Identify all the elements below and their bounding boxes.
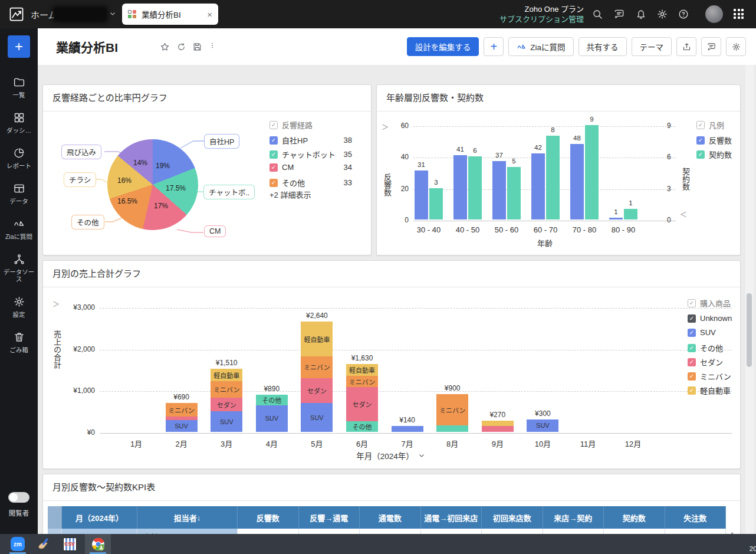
workspace-name-redacted[interactable] bbox=[54, 8, 106, 21]
page-scrollbar[interactable] bbox=[745, 65, 754, 534]
legend-checkbox[interactable]: ✓ bbox=[269, 121, 278, 129]
bar-契約数[interactable]: 3 bbox=[429, 188, 443, 219]
nav-home[interactable]: ホーム bbox=[31, 8, 57, 21]
stack-segment-その他[interactable]: その他 bbox=[256, 395, 288, 405]
dashboard-settings-button[interactable] bbox=[726, 37, 746, 56]
legend-checkbox[interactable]: ✓ bbox=[696, 136, 705, 145]
legend-item[interactable]: ✓軽自動車 bbox=[688, 385, 731, 396]
stacked-bar-2月[interactable]: SUVミニバン¥690 bbox=[166, 403, 198, 432]
sidebar-item-ask-zia[interactable]: Ziaに質問 bbox=[0, 211, 38, 247]
bar-反響数[interactable]: 48 bbox=[570, 144, 584, 219]
column-header-3[interactable]: 反響数 bbox=[238, 506, 299, 529]
taskbar-csv-app[interactable]: CSV bbox=[57, 534, 83, 554]
column-header-2[interactable]: 担当者 ↓ bbox=[137, 506, 238, 529]
stacked-bar-8月[interactable]: ミニバン¥900 bbox=[436, 394, 468, 432]
legend-header[interactable]: ✓反響経路 bbox=[269, 119, 313, 130]
taskbar-zoom-app[interactable]: zm bbox=[5, 534, 31, 554]
legend-checkbox[interactable]: ✓ bbox=[269, 163, 278, 172]
pie-callout-label[interactable]: 飛び込み bbox=[61, 145, 101, 159]
stack-segment-軽自動車[interactable]: 軽自動車 bbox=[346, 364, 378, 376]
scrollbar-thumb[interactable] bbox=[747, 293, 752, 367]
sidebar-item-list[interactable]: 一覧 bbox=[0, 70, 38, 105]
pie-callout-label[interactable]: チャットボ.. bbox=[203, 185, 255, 199]
refresh-icon[interactable] bbox=[176, 42, 186, 52]
sidebar-item-trash[interactable]: ごみ箱 bbox=[0, 324, 38, 360]
bar-契約数[interactable]: 8 bbox=[546, 136, 560, 219]
dashboard-tab[interactable]: 業績分析BI × bbox=[122, 4, 218, 25]
legend-checkbox[interactable]: ✓ bbox=[688, 372, 696, 381]
stack-segment-SUV[interactable]: SUV bbox=[527, 419, 558, 432]
add-button[interactable]: + bbox=[484, 37, 504, 56]
legend-checkbox[interactable]: ✓ bbox=[269, 150, 278, 159]
bar-契約数[interactable]: 6 bbox=[468, 156, 482, 219]
stack-segment-SUV[interactable]: SUV bbox=[166, 420, 198, 432]
x-axis-field-dropdown-icon[interactable] bbox=[418, 451, 426, 460]
theme-button[interactable]: テーマ bbox=[632, 37, 672, 56]
column-header-10[interactable]: 失注数 bbox=[665, 506, 727, 529]
stacked-bar-7月[interactable]: ¥140 bbox=[392, 426, 423, 432]
legend-checkbox[interactable]: ✓ bbox=[688, 386, 696, 395]
legend-checkbox[interactable]: ✓ bbox=[696, 150, 705, 159]
legend-checkbox[interactable]: ✓ bbox=[688, 314, 696, 323]
pie-callout-label[interactable]: チラシ bbox=[64, 172, 96, 187]
stack-segment-セダン[interactable]: セダン bbox=[211, 398, 242, 411]
stack-segment-セダン[interactable]: セダン bbox=[301, 378, 333, 403]
subscription-management-link[interactable]: サブスクリプション管理 bbox=[499, 14, 584, 24]
notifications-bell-icon[interactable] bbox=[635, 8, 647, 20]
taskbar-clock[interactable]: 202 bbox=[750, 545, 756, 552]
sidebar-item-reports[interactable]: レポート bbox=[0, 140, 38, 176]
chevron-down-icon[interactable] bbox=[109, 9, 117, 18]
legend-item[interactable]: ✓その他33 bbox=[269, 177, 352, 188]
column-header-4[interactable]: 反響→通電 bbox=[299, 506, 360, 529]
stack-segment-セダン[interactable] bbox=[482, 426, 514, 432]
legend-item[interactable]: ✓契約数 bbox=[696, 149, 732, 160]
column-header-7[interactable]: 初回来店数 bbox=[482, 506, 543, 529]
bar-反響数[interactable]: 1 bbox=[609, 218, 623, 219]
legend-header[interactable]: ✓凡例 bbox=[696, 119, 724, 130]
stack-segment-SUV[interactable]: SUV bbox=[256, 405, 288, 432]
axis-expand-icon[interactable]: ＞ bbox=[382, 122, 389, 132]
stack-segment-ミニバン[interactable]: ミニバン bbox=[211, 381, 242, 398]
help-icon[interactable] bbox=[678, 8, 689, 20]
column-header-1[interactable]: 月（2024年） bbox=[62, 506, 137, 529]
feedback-comment-icon[interactable] bbox=[613, 8, 625, 20]
stack-segment-その他[interactable] bbox=[436, 425, 468, 432]
user-avatar[interactable] bbox=[705, 5, 723, 23]
stack-segment-その他[interactable]: その他 bbox=[346, 421, 378, 432]
legend-item[interactable]: ✓Unknown bbox=[688, 314, 732, 323]
legend-more-link[interactable]: +2 詳細表示 bbox=[269, 189, 311, 200]
axis-collapse-icon[interactable]: ＜ bbox=[680, 209, 687, 219]
bar-反響数[interactable]: 41 bbox=[453, 155, 467, 219]
stacked-bar-3月[interactable]: SUVセダンミニバン軽自動車¥1,510 bbox=[211, 369, 242, 432]
sidebar-item-data[interactable]: データ bbox=[0, 176, 38, 211]
taskbar-chrome-app[interactable] bbox=[85, 534, 111, 554]
bar-反響数[interactable]: 31 bbox=[415, 171, 428, 219]
stacked-bar-4月[interactable]: SUVその他¥890 bbox=[256, 395, 288, 432]
pie-callout-label[interactable]: その他 bbox=[71, 215, 104, 230]
favorite-star-icon[interactable] bbox=[160, 42, 170, 52]
create-new-button[interactable]: + bbox=[8, 35, 30, 58]
close-icon[interactable]: × bbox=[203, 9, 212, 19]
stack-segment-軽自動車[interactable] bbox=[482, 421, 514, 426]
bar-反響数[interactable]: 37 bbox=[492, 161, 506, 219]
more-menu-icon[interactable] bbox=[209, 42, 216, 52]
stacked-bar-5月[interactable]: SUVセダンミニバン軽自動車¥2,640 bbox=[301, 322, 333, 432]
legend-checkbox[interactable]: ✓ bbox=[688, 329, 696, 337]
axis-expand-icon[interactable]: ＞ bbox=[52, 299, 60, 309]
stack-segment-ミニバン[interactable]: ミニバン bbox=[166, 403, 198, 417]
legend-item[interactable]: ✓自社HP38 bbox=[269, 135, 352, 146]
stacked-bar-9月[interactable]: ¥270 bbox=[482, 421, 514, 432]
stack-segment-ミニバン[interactable]: ミニバン bbox=[346, 376, 378, 388]
legend-item[interactable]: ✓反響数 bbox=[696, 135, 732, 146]
stack-segment-軽自動車[interactable]: 軽自動車 bbox=[211, 369, 242, 381]
bar-契約数[interactable]: 1 bbox=[624, 209, 637, 219]
stack-segment-SUV[interactable]: SUV bbox=[301, 403, 333, 432]
apps-grid-icon[interactable] bbox=[734, 9, 744, 19]
zoho-analytics-logo-icon[interactable] bbox=[8, 6, 25, 22]
kpi-table-row[interactable]: 11月上杉333.3%1100.0%10.0%00 bbox=[48, 529, 726, 534]
legend-item[interactable]: ✓セダン bbox=[688, 356, 723, 368]
stack-segment-SUV[interactable]: SUV bbox=[211, 411, 242, 432]
export-button[interactable] bbox=[676, 37, 696, 56]
pie-callout-label[interactable]: 自社HP bbox=[204, 134, 239, 149]
settings-gear-icon[interactable] bbox=[656, 8, 668, 20]
